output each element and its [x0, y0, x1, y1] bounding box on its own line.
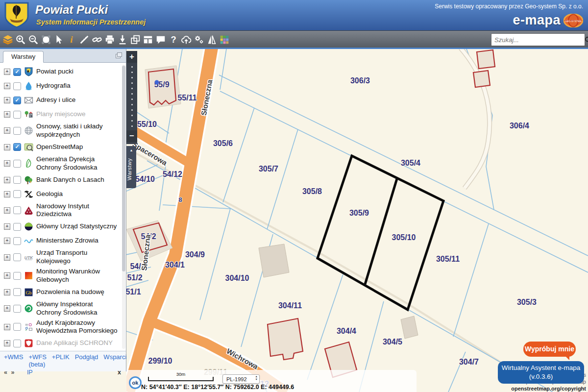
- expand-toggle-icon[interactable]: +: [4, 177, 10, 183]
- building-outlined: [473, 71, 490, 87]
- panel-footer: +WMS+WFS (beta)+PLIKPodglądWsparcie « » …: [0, 351, 126, 371]
- ok-button[interactable]: ok: [129, 376, 142, 389]
- layer-checkbox[interactable]: [13, 288, 21, 296]
- layer-label: Pozwolenia na budowę: [36, 288, 104, 296]
- footer-link[interactable]: Podgląd: [75, 353, 98, 368]
- zoom-out-icon[interactable]: [27, 34, 39, 46]
- expand-toggle-icon[interactable]: +: [4, 324, 10, 330]
- expand-toggle-icon[interactable]: +: [4, 289, 10, 295]
- expand-toggle-icon[interactable]: +: [4, 111, 10, 118]
- zoom-in-icon[interactable]: [15, 34, 26, 46]
- expand-toggle-icon[interactable]: +: [4, 207, 10, 214]
- powiat-layer-icon: [24, 67, 33, 76]
- layer-checkbox[interactable]: [13, 272, 21, 280]
- search-icon[interactable]: [585, 36, 588, 44]
- layer-label: OpenStreetMap: [36, 143, 83, 151]
- layer-item: +Główny Inspektorat Ochrony Środowiska: [0, 299, 122, 318]
- layer-checkbox[interactable]: [13, 111, 21, 119]
- zoom-out-button[interactable]: −: [126, 130, 137, 142]
- zoom-slider[interactable]: [126, 63, 137, 130]
- panel-close-button[interactable]: x: [118, 369, 121, 376]
- layer-checkbox[interactable]: [13, 176, 21, 184]
- layer-checkbox[interactable]: [13, 237, 21, 245]
- info-icon[interactable]: i: [66, 34, 77, 46]
- expand-toggle-icon[interactable]: +: [4, 191, 10, 197]
- help-icon[interactable]: ?: [168, 34, 179, 46]
- layer-checkbox[interactable]: [13, 190, 21, 198]
- footer-link[interactable]: +WMS: [4, 353, 23, 368]
- map-statusbar: ok 30m PL-1992 ▲▼ N: 54°41′40.3″ E: 18°1…: [126, 370, 416, 392]
- select-area-icon[interactable]: [40, 34, 52, 46]
- osm-copyright-link[interactable]: openstreetmap.org/copyright: [511, 386, 586, 392]
- layer-checkbox[interactable]: ✓: [13, 143, 21, 151]
- sidetab-warstwy[interactable]: ▲ Warstwy: [126, 146, 136, 188]
- layer-checkbox[interactable]: [13, 127, 21, 135]
- expand-toggle-icon[interactable]: +: [4, 83, 10, 89]
- zoom-in-button[interactable]: +: [126, 51, 137, 63]
- cloud-upload-icon[interactable]: [180, 34, 192, 46]
- parcel-label: 304/11: [278, 301, 302, 310]
- copy-view-icon[interactable]: [129, 34, 141, 46]
- layer-label: Urząd Transportu Kolejowego: [36, 249, 120, 266]
- emapa-globe-logo: GEO-SYSTEM: [564, 14, 583, 27]
- expand-toggle-icon[interactable]: +: [4, 144, 10, 150]
- expand-toggle-icon[interactable]: +: [4, 69, 10, 75]
- settings-icon[interactable]: [193, 34, 205, 46]
- link-icon[interactable]: [91, 34, 103, 46]
- expand-toggle-icon[interactable]: +: [4, 97, 10, 103]
- panel-scrollbar[interactable]: [122, 65, 125, 349]
- layer-checkbox[interactable]: [13, 253, 21, 261]
- panel-collapse-icon[interactable]: [116, 52, 122, 58]
- expand-toggle-icon[interactable]: +: [4, 305, 10, 312]
- compare-icon[interactable]: [206, 34, 218, 46]
- basemap-icon[interactable]: [219, 34, 230, 46]
- footer-link[interactable]: +PLIK: [52, 353, 70, 368]
- layer-checkbox[interactable]: ✓: [13, 68, 21, 76]
- gus-layer-icon: [24, 222, 33, 231]
- assistant-try-button[interactable]: Wypróbuj mnie: [523, 342, 576, 357]
- expand-toggle-icon[interactable]: +: [4, 272, 10, 279]
- expand-toggle-icon[interactable]: +: [4, 254, 10, 261]
- pointer-icon[interactable]: [53, 34, 65, 46]
- layer-checkbox[interactable]: ✓: [13, 97, 21, 104]
- crs-select[interactable]: PL-1992 ▲▼: [222, 374, 260, 384]
- map-viewport[interactable]: 306/3306/4305/455/1155/955/10305/6305/73…: [126, 49, 588, 392]
- measure-icon[interactable]: [78, 34, 90, 46]
- layer-checkbox[interactable]: [13, 160, 21, 168]
- virtual-assistant-button[interactable]: Wirtualny Asystent e-mapa (v.0.3.6): [498, 361, 584, 384]
- gleby-layer-icon: [24, 271, 33, 280]
- layer-label: Audyt Krajobrazowy Województwa Pomorskie…: [36, 319, 120, 336]
- svg-text:i: i: [70, 34, 73, 45]
- ip-link[interactable]: IP: [27, 369, 33, 376]
- layer-checkbox[interactable]: [13, 323, 21, 331]
- tab-warstwy[interactable]: Warstwy: [3, 51, 44, 63]
- layer-checkbox[interactable]: [13, 82, 21, 90]
- layer-item: +✓OpenStreetMap: [0, 140, 122, 154]
- page-forward-button[interactable]: »: [11, 369, 14, 376]
- expand-toggle-icon[interactable]: +: [4, 238, 10, 244]
- osnowy-layer-icon: [24, 126, 33, 135]
- expand-toggle-icon[interactable]: +: [4, 160, 10, 167]
- layer-checkbox[interactable]: [13, 223, 21, 231]
- expand-toggle-icon[interactable]: +: [4, 223, 10, 230]
- layers-icon[interactable]: [2, 34, 14, 46]
- layout-icon[interactable]: [142, 34, 154, 46]
- parcel-label: 306/3: [350, 76, 370, 85]
- layer-checkbox[interactable]: [13, 206, 21, 214]
- search-input[interactable]: [491, 36, 585, 44]
- expand-toggle-icon[interactable]: +: [4, 127, 10, 134]
- download-point-icon[interactable]: [117, 34, 128, 46]
- search-box: [491, 33, 585, 46]
- parcel-label: 305/11: [436, 255, 460, 263]
- page-back-button[interactable]: «: [4, 369, 7, 376]
- layer-item: +Hydrografia: [0, 79, 122, 93]
- footer-link[interactable]: +WFS (beta): [28, 353, 46, 368]
- brand-emapa: e-mapa: [513, 13, 561, 28]
- plany-layer-icon: [24, 110, 33, 119]
- layer-checkbox[interactable]: [13, 340, 21, 347]
- expand-toggle-icon[interactable]: +: [4, 340, 10, 346]
- print-icon[interactable]: [104, 34, 116, 46]
- comment-icon[interactable]: [155, 34, 167, 46]
- layer-checkbox[interactable]: [13, 305, 21, 313]
- layer-item: +Audyt Krajobrazowy Województwa Pomorski…: [0, 318, 122, 337]
